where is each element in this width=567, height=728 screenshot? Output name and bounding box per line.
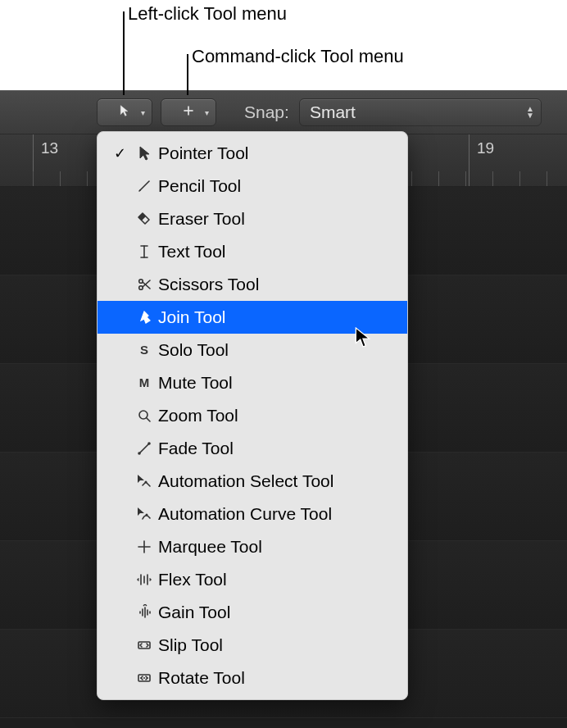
menu-item-fade[interactable]: Fade Tool <box>98 432 407 465</box>
app-window: ▾ ▾ Snap: Smart ▲▼ 13 19 ✓Pointer ToolPe… <box>0 90 567 728</box>
menu-item-label: Pointer Tool <box>158 143 396 163</box>
marquee-icon <box>182 104 195 121</box>
command-click-tool-menu-button[interactable]: ▾ <box>161 98 216 126</box>
leader-line-left <box>123 11 125 95</box>
svg-point-17 <box>145 481 147 484</box>
svg-text:S: S <box>140 343 148 357</box>
menu-item-label: Marquee Tool <box>158 537 396 557</box>
svg-text:M: M <box>139 375 150 389</box>
menu-item-autocurve[interactable]: Automation Curve Tool <box>98 498 407 530</box>
snap-value: Smart <box>310 102 356 122</box>
pointer-icon <box>118 104 131 121</box>
snap-select[interactable]: Smart ▲▼ <box>299 98 542 126</box>
leader-line-command <box>187 54 188 95</box>
updown-icon: ▲▼ <box>526 106 534 119</box>
scissors-icon <box>130 276 158 293</box>
menu-item-label: Slip Tool <box>158 635 396 655</box>
autocurve-icon <box>130 506 158 522</box>
checkmark-icon: ✓ <box>109 144 130 162</box>
menu-item-autosel[interactable]: Automation Select Tool <box>98 465 407 498</box>
menu-item-marquee[interactable]: Marquee Tool <box>98 530 407 563</box>
menu-item-zoom[interactable]: Zoom Tool <box>98 399 407 432</box>
fade-icon <box>130 440 158 457</box>
annotation-area: Left-click Tool menu Command-click Tool … <box>0 0 567 90</box>
menu-item-scissors[interactable]: Scissors Tool <box>98 268 407 301</box>
marquee-icon <box>130 539 158 555</box>
svg-point-16 <box>147 442 151 445</box>
pointer-icon <box>130 145 158 162</box>
menu-item-label: Automation Select Tool <box>158 471 396 491</box>
menu-item-label: Pencil Tool <box>158 176 396 196</box>
menu-item-label: Gain Tool <box>158 603 396 622</box>
toolbar: ▾ ▾ Snap: Smart ▲▼ <box>0 90 567 134</box>
menu-item-label: Text Tool <box>158 242 396 262</box>
menu-item-pointer[interactable]: ✓Pointer Tool <box>98 137 407 170</box>
slip-icon <box>130 637 158 653</box>
svg-line-2 <box>139 181 149 191</box>
pencil-icon <box>130 178 158 194</box>
menu-item-mute[interactable]: MMute Tool <box>98 366 407 399</box>
menu-item-pencil[interactable]: Pencil Tool <box>98 170 407 202</box>
menu-item-label: Join Tool <box>158 307 396 327</box>
menu-item-label: Automation Curve Tool <box>158 504 396 524</box>
zoom-icon <box>130 407 158 424</box>
svg-point-18 <box>146 514 148 516</box>
annotation-left-click: Left-click Tool menu <box>128 3 287 25</box>
menu-item-label: Zoom Tool <box>158 406 396 425</box>
svg-line-13 <box>147 418 150 421</box>
chevron-down-icon: ▾ <box>141 108 145 117</box>
menu-item-rotate[interactable]: Rotate Tool <box>98 662 407 694</box>
menu-item-gain[interactable]: Gain Tool <box>98 596 407 629</box>
chevron-down-icon: ▾ <box>205 108 209 117</box>
menu-item-eraser[interactable]: Eraser Tool <box>98 202 407 235</box>
eraser-icon <box>130 211 158 227</box>
snap-label: Snap: <box>244 102 289 122</box>
mouse-cursor <box>354 327 372 348</box>
menu-item-flex[interactable]: Flex Tool <box>98 563 407 596</box>
svg-point-15 <box>138 452 141 455</box>
join-icon <box>130 309 158 325</box>
autosel-icon <box>130 473 158 489</box>
annotation-command-click: Command-click Tool menu <box>192 46 404 67</box>
tool-menu-dropdown[interactable]: ✓Pointer ToolPencil ToolEraser ToolText … <box>97 131 408 700</box>
mute-icon: M <box>130 375 158 391</box>
left-click-tool-menu-button[interactable]: ▾ <box>97 98 152 126</box>
ruler-number: 13 <box>41 139 58 157</box>
gain-icon <box>130 604 158 621</box>
menu-item-text[interactable]: Text Tool <box>98 235 407 268</box>
menu-item-slip[interactable]: Slip Tool <box>98 629 407 662</box>
svg-point-31 <box>143 677 145 679</box>
menu-item-label: Eraser Tool <box>158 209 396 229</box>
text-icon <box>130 243 158 260</box>
menu-item-label: Flex Tool <box>158 570 396 589</box>
rotate-icon <box>130 670 158 686</box>
flex-icon <box>130 571 158 588</box>
svg-line-14 <box>139 444 149 453</box>
menu-item-label: Scissors Tool <box>158 275 396 294</box>
menu-item-label: Mute Tool <box>158 373 396 393</box>
menu-item-label: Fade Tool <box>158 439 396 458</box>
solo-icon: S <box>130 342 158 358</box>
menu-item-label: Rotate Tool <box>158 668 396 688</box>
ruler-number: 19 <box>477 139 494 157</box>
